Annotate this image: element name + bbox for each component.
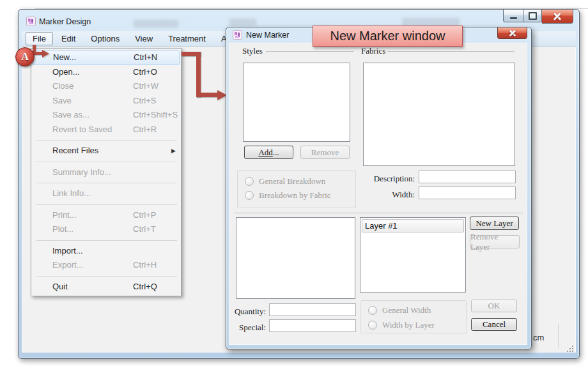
menu-item-label: Revert to Saved (52, 125, 112, 134)
general-width-label: General Width (382, 305, 431, 316)
menu-item-link-info[interactable]: Link Info... (31, 187, 181, 201)
menu-item-import[interactable]: Import... (31, 244, 181, 259)
layers-listbox[interactable]: Layer #1 (360, 217, 466, 293)
resize-grip[interactable] (567, 346, 568, 347)
width-by-layer-label: Width by Layer (382, 320, 435, 330)
file-menu-popup: New...Ctrl+NOpen...Ctrl+OCloseCtrl+WSave… (31, 48, 182, 296)
menu-item-label: Close (52, 81, 74, 91)
menu-item-quit[interactable]: QuitCtrl+Q (31, 280, 181, 294)
menu-item-label: Save (52, 96, 72, 105)
menu-item-export[interactable]: Export...Ctrl+H (31, 258, 181, 273)
close-icon (508, 29, 516, 37)
remove-layer-button[interactable]: Remove Layer (470, 235, 520, 248)
dialog-close-button[interactable] (497, 27, 527, 39)
breakdown-by-fabric-label: Breakdown by Fabric (259, 190, 331, 201)
minimize-icon (510, 17, 517, 19)
screen: Marker Design FileEditOptionsViewTreatme… (0, 0, 588, 373)
menu-item-label: Save as... (52, 110, 89, 119)
menu-item-label: Quit (52, 282, 68, 291)
menubar-item-view[interactable]: View (128, 32, 160, 45)
quantity-label: Quantity: (232, 307, 266, 317)
dialog-content: Styles Add... Remove General Breakdown B… (229, 43, 527, 345)
menubar-item-treatment[interactable]: Treatment (161, 32, 213, 45)
general-breakdown-radio[interactable]: General Breakdown (245, 176, 325, 187)
width-by-layer-radio[interactable]: Width by Layer (368, 320, 435, 330)
app-icon (26, 17, 36, 26)
menu-item-shortcut: Ctrl+H (133, 258, 157, 273)
menu-item-shortcut: Ctrl+W (133, 79, 159, 94)
glass-reflection (134, 20, 178, 27)
width-label: Width: (344, 190, 415, 200)
description-input[interactable] (419, 171, 516, 183)
maximize-button[interactable] (523, 10, 542, 22)
general-breakdown-label: General Breakdown (259, 176, 325, 187)
radio-icon (245, 191, 254, 200)
fabrics-group-line (387, 51, 514, 52)
special-input[interactable] (269, 319, 356, 332)
menu-item-label: Print... (52, 210, 77, 220)
menu-item-save-as[interactable]: Save as...Ctrl+Shift+S (31, 108, 181, 123)
menu-item-label: Import... (52, 246, 83, 255)
annotation-badge-a: A (15, 47, 35, 66)
styles-group-line (266, 51, 354, 52)
menu-item-label: Recent Files (52, 146, 98, 155)
add-button-ellipsis: ... (273, 148, 279, 157)
breakdown-listbox[interactable] (236, 217, 355, 299)
fabrics-listbox[interactable] (363, 63, 515, 166)
menu-item-label: Export... (52, 260, 83, 270)
new-marker-dialog: New Marker Styles Add... Remove General … (226, 27, 532, 349)
breakdown-by-fabric-radio[interactable]: Breakdown by Fabric (245, 190, 331, 201)
menu-item-summary-info[interactable]: Summary Info... (31, 165, 181, 180)
menu-item-label: Summary Info... (52, 167, 111, 177)
menu-item-plot[interactable]: Plot...Ctrl+T (31, 222, 181, 237)
menu-item-close[interactable]: CloseCtrl+W (31, 79, 181, 94)
status-unit-label: cm (533, 333, 544, 342)
radio-icon (368, 321, 377, 330)
minimize-button[interactable] (503, 10, 523, 22)
callout-arrow-segment (196, 52, 201, 97)
close-button[interactable] (542, 10, 573, 24)
menu-item-shortcut: Ctrl+P (133, 208, 156, 223)
menu-separator (31, 137, 181, 144)
menu-item-save[interactable]: SaveCtrl+S (31, 94, 181, 109)
menu-item-label: Link Info... (52, 188, 91, 198)
caption-buttons (503, 10, 573, 24)
menu-separator (31, 237, 181, 244)
menubar-item-options[interactable]: Options (84, 32, 127, 45)
elbow-arrow-head (42, 50, 49, 57)
special-label: Special: (232, 323, 266, 333)
maximize-icon (529, 12, 537, 20)
menu-item-shortcut: Ctrl+T (133, 222, 156, 237)
fabrics-group-label: Fabrics (361, 46, 385, 56)
list-item[interactable]: Layer #1 (362, 219, 464, 232)
new-layer-button[interactable]: New Layer (470, 217, 519, 230)
general-width-radio[interactable]: General Width (368, 305, 431, 316)
menu-item-open[interactable]: Open...Ctrl+O (31, 65, 181, 80)
window-title: Marker Design (39, 17, 91, 26)
menu-item-shortcut: Ctrl+N (134, 51, 157, 65)
menu-item-shortcut: Ctrl+Shift+S (133, 108, 178, 123)
menu-separator (31, 273, 181, 280)
menu-item-label: New... (53, 52, 76, 62)
menu-item-shortcut: Ctrl+S (133, 94, 156, 109)
menu-separator (31, 179, 181, 187)
menu-item-new[interactable]: New...Ctrl+N (33, 50, 180, 65)
remove-button[interactable]: Remove (300, 146, 350, 159)
add-button[interactable]: Add... (244, 146, 293, 159)
menu-separator (31, 201, 181, 208)
ok-button[interactable]: OK (471, 300, 517, 312)
menu-item-print[interactable]: Print...Ctrl+P (31, 208, 181, 223)
menu-separator (31, 158, 181, 165)
menubar-item-file[interactable]: File (26, 32, 53, 45)
menu-item-recent-files[interactable]: Recent Files▶ (31, 144, 181, 158)
dialog-title: New Marker (246, 31, 289, 40)
menubar-item-edit[interactable]: Edit (54, 32, 82, 45)
menu-item-revert-to-saved[interactable]: Revert to SavedCtrl+R (31, 123, 181, 137)
menu-item-label: Open... (52, 67, 80, 77)
quantity-input[interactable] (269, 303, 356, 316)
width-input[interactable] (419, 187, 516, 199)
cancel-button[interactable]: Cancel (471, 318, 517, 331)
status-bar-separator (558, 324, 559, 347)
radio-icon (368, 306, 377, 315)
styles-listbox[interactable] (243, 63, 350, 142)
